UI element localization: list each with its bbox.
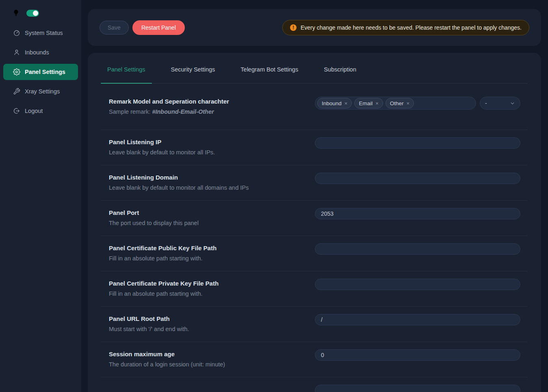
field-description: Sample remark: #Inbound-Email-Other [109,108,229,115]
tab-panel-settings[interactable]: Panel Settings [101,63,152,83]
field-title: Session maximum age [109,351,225,357]
field-control [315,243,520,255]
tab-subscription[interactable]: Subscription [317,63,363,83]
sidebar-item-label: System Status [25,30,63,36]
gauge-icon [13,29,20,37]
field-control [315,208,520,219]
lightbulb-icon [12,9,20,17]
field-label-block: Panel Listening IPLeave blank by default… [101,139,223,156]
remark-model-tags-input[interactable]: Inbound×Email×Other× [315,97,476,110]
chevron-down-icon [510,101,515,106]
field-title: Panel Listening Domain [109,174,249,181]
field-description: Must start with '/' and end with. [109,326,189,332]
select-value: - [485,100,487,106]
panel-cert-private-key-path-input[interactable] [315,279,520,290]
tag-remove-icon[interactable]: × [407,101,410,106]
panel-listening-domain-input[interactable] [315,173,520,184]
field-description: Fill in an absolute path starting with. [109,290,219,297]
field-control [315,279,520,290]
sidebar-item-system-status[interactable]: System Status [3,25,78,41]
field-control [315,314,520,325]
main-area: Save Restart Panel ! Every change made h… [81,0,548,392]
sidebar-item-label: Logout [25,108,43,114]
restart-panel-button[interactable]: Restart Panel [132,20,185,35]
field-control [315,385,520,392]
field-description: Leave blank by default to monitor all IP… [109,149,215,156]
panel-url-root-path-input[interactable] [315,314,520,325]
gear-icon [13,68,20,76]
theme-toggle[interactable] [26,10,39,17]
separator-select[interactable]: - [480,97,520,110]
sidebar-item-logout[interactable]: Logout [3,103,78,119]
field-label-block: Panel Certificate Private Key File PathF… [101,280,227,297]
settings-tabs: Panel SettingsSecurity SettingsTelegram … [101,53,527,84]
tag-label: Other [390,100,404,106]
restart-warning-alert: ! Every change made here needs to be sav… [282,20,529,35]
sidebar: System Status Inbounds Panel Settings Xr… [0,0,81,392]
form-row-session-max-age: Session maximum ageThe duration of a log… [101,342,527,377]
toggle-knob [33,11,38,16]
next-field-partially-visible-input[interactable] [315,385,520,392]
field-label-block: Panel Listening DomainLeave blank by def… [101,174,257,191]
tab-security-settings[interactable]: Security Settings [165,63,222,83]
sidebar-item-label: Panel Settings [25,69,65,75]
tag-inbound: Inbound× [317,98,352,108]
field-control [315,173,520,184]
tab-telegram-bot-settings[interactable]: Telegram Bot Settings [234,63,305,83]
field-label-block: Session maximum ageThe duration of a log… [101,351,233,368]
field-title: Panel Listening IP [109,139,215,145]
field-description: Fill in an absolute path starting with. [109,255,217,262]
form-row-panel-listening-ip: Panel Listening IPLeave blank by default… [101,130,527,165]
sidebar-menu: System Status Inbounds Panel Settings Xr… [0,25,81,119]
field-label-block: Panel Certificate Public Key File PathFi… [101,245,225,262]
field-title: Panel Port [109,209,199,216]
form-row-panel-cert-public-key-path: Panel Certificate Public Key File PathFi… [101,236,527,271]
field-control: Inbound×Email×Other×- [315,97,520,110]
field-label-block: Panel PortThe port used to display this … [101,209,207,226]
settings-form: Remark Model and Seperation charachterSa… [101,84,527,392]
field-title: Panel URL Root Path [109,315,189,322]
save-button[interactable]: Save [100,21,129,35]
tag-label: Inbound [322,100,342,106]
tag-remove-icon[interactable]: × [344,101,348,106]
field-title: Panel Certificate Private Key File Path [109,280,219,287]
tag-other: Other× [386,98,414,108]
wrench-icon [13,88,20,95]
field-label-block: Remark Model and Seperation charachterSa… [101,98,237,115]
tag-remove-icon[interactable]: × [375,101,379,106]
form-row-panel-cert-private-key-path: Panel Certificate Private Key File PathF… [101,271,527,307]
form-row-next-field-partially-visible [101,377,527,392]
panel-cert-public-key-path-input[interactable] [315,243,520,255]
warning-icon: ! [290,24,297,31]
field-title: Panel Certificate Public Key File Path [109,245,217,251]
field-description: The duration of a login session (unit: m… [109,361,225,368]
sidebar-item-xray-settings[interactable]: Xray Settings [3,83,78,100]
field-description: The port used to display this panel [109,220,199,226]
form-row-panel-port: Panel PortThe port used to display this … [101,201,527,236]
panel-listening-ip-input[interactable] [315,137,520,149]
field-title: Remark Model and Seperation charachter [109,98,229,105]
field-control [315,349,520,361]
tag-label: Email [359,100,373,106]
form-row-panel-listening-domain: Panel Listening DomainLeave blank by def… [101,165,527,201]
tag-email: Email× [354,98,383,108]
form-row-remark-model: Remark Model and Seperation charachterSa… [101,84,527,130]
field-label-block [101,386,117,390]
sidebar-item-label: Xray Settings [25,88,60,95]
alert-text: Every change made here needs to be saved… [301,24,522,31]
panel-port-input[interactable] [315,208,520,219]
action-toolbar: Save Restart Panel ! Every change made h… [88,9,541,46]
sidebar-item-panel-settings[interactable]: Panel Settings [3,64,78,80]
sidebar-item-label: Inbounds [25,49,49,56]
settings-panel: Panel SettingsSecurity SettingsTelegram … [88,53,541,392]
toolbar-buttons: Save Restart Panel [100,20,185,35]
form-row-panel-url-root-path: Panel URL Root PathMust start with '/' a… [101,307,527,342]
sidebar-item-inbounds[interactable]: Inbounds [3,44,78,61]
logout-icon [13,107,20,115]
theme-row [0,5,81,21]
session-max-age-input[interactable] [315,349,520,361]
field-control [315,137,520,149]
field-label-block: Panel URL Root PathMust start with '/' a… [101,315,197,332]
field-description: Leave blank by default to monitor all do… [109,184,249,191]
user-icon [13,49,20,56]
